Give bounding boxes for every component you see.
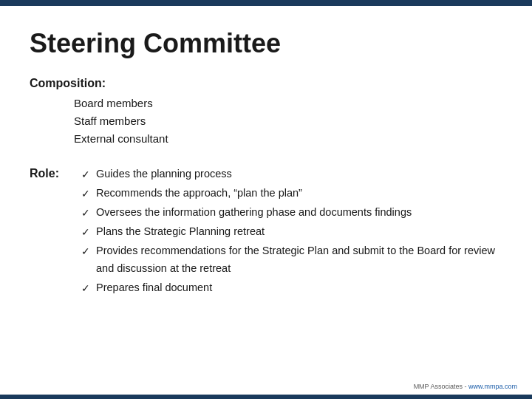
role-item-3: ✓ Plans the Strategic Planning retreat [81,223,502,241]
role-item-text-0: Guides the planning process [96,166,232,183]
role-item-4: ✓ Provides recommendations for the Strat… [81,242,502,278]
bottom-bar [0,395,532,399]
page-title: Steering Committee [30,28,502,59]
composition-item-board: Board members [74,95,502,112]
composition-block: Board members Staff members External con… [30,95,502,148]
top-bar [0,0,532,6]
composition-label: Composition: [30,77,502,90]
role-item-1: ✓ Recommends the approach, “plan the pla… [81,185,502,202]
checkmark-2: ✓ [81,205,90,222]
role-section: Role: ✓ Guides the planning process ✓ Re… [30,166,502,299]
footer: MMP Associates - www.mmpa.com [414,383,517,390]
role-label: Role: [30,166,74,180]
role-item-0: ✓ Guides the planning process [81,166,502,183]
role-item-5: ✓ Prepares final document [81,279,502,297]
checkmark-0: ✓ [81,166,90,183]
footer-link[interactable]: www.mmpa.com [468,383,517,390]
composition-item-staff: Staff members [74,112,502,130]
composition-item-external: External consultant [74,130,502,148]
checkmark-3: ✓ [81,224,90,241]
role-item-text-4: Provides recommendations for the Strateg… [96,242,502,278]
checkmark-4: ✓ [81,243,90,260]
role-item-text-1: Recommends the approach, “plan the plan” [96,185,302,202]
role-list: ✓ Guides the planning process ✓ Recommen… [74,166,502,299]
role-item-text-3: Plans the Strategic Planning retreat [96,223,265,241]
role-item-text-5: Prepares final document [96,279,212,297]
checkmark-5: ✓ [81,280,90,297]
role-item-2: ✓ Oversees the information gathering pha… [81,204,502,222]
checkmark-1: ✓ [81,185,90,202]
footer-text: MMP Associates - [414,383,468,390]
role-item-text-2: Oversees the information gathering phase… [96,204,412,222]
